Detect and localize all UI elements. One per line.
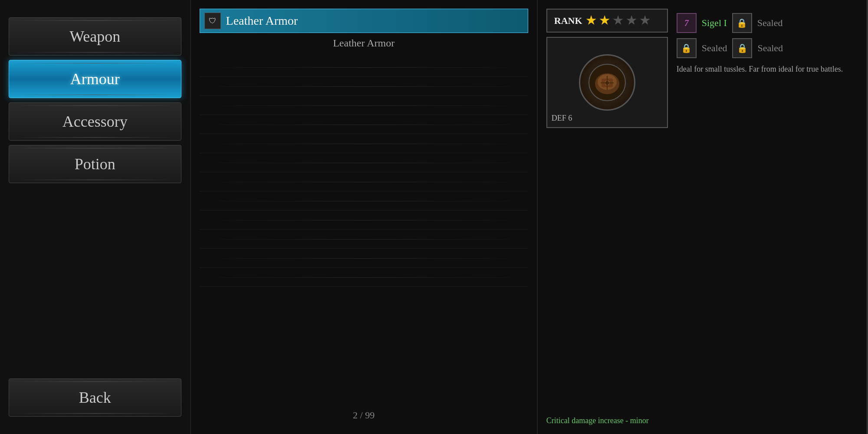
list-item[interactable] — [200, 153, 528, 172]
item-glyph: 🛡 — [209, 16, 217, 26]
item-name-label: Leather Armor — [226, 14, 298, 28]
list-item[interactable] — [200, 77, 528, 96]
list-item[interactable] — [200, 134, 528, 153]
star-1: ★ — [586, 14, 596, 27]
item-detail-panel: RANK ★ ★ ★ ★ ★ — [538, 0, 867, 434]
lock-icon-2: 🔒 — [677, 38, 697, 58]
list-item[interactable] — [200, 58, 528, 77]
item-subname: Leather Armor — [200, 33, 528, 58]
lock-icon-3: 🔒 — [732, 38, 752, 58]
list-item[interactable] — [200, 210, 528, 230]
lock-icon-1: 🔒 — [732, 13, 752, 33]
item-image — [579, 54, 635, 111]
list-item[interactable] — [200, 191, 528, 210]
item-list: 🛡 Leather Armor Leather Armor — [200, 9, 528, 405]
sealed-label-3: Sealed — [757, 43, 783, 54]
sealed-label-1: Sealed — [757, 17, 783, 29]
item-description: Ideal for small tussles. Far from ideal … — [677, 63, 858, 75]
nav-back[interactable]: Back — [9, 378, 181, 417]
star-5: ★ — [640, 14, 650, 27]
sigel-row-2: 🔒 Sealed 🔒 Sealed — [677, 38, 858, 58]
sigel-name: Sigel I — [702, 17, 727, 29]
nav-weapon[interactable]: Weapon — [9, 17, 181, 56]
list-item[interactable] — [200, 96, 528, 115]
star-2: ★ — [599, 14, 609, 27]
list-item[interactable] — [200, 249, 528, 268]
sigel-row-1: 7 Sigel I 🔒 Sealed — [677, 13, 858, 33]
list-item[interactable] — [200, 230, 528, 249]
def-label: DEF 6 — [552, 114, 572, 123]
item-row-selected[interactable]: 🛡 Leather Armor — [200, 9, 528, 33]
nav-potion[interactable]: Potion — [9, 145, 181, 183]
list-item[interactable] — [200, 268, 528, 287]
item-icon: 🛡 — [204, 13, 221, 29]
list-item[interactable] — [200, 172, 528, 191]
nav-accessory[interactable]: Accessory — [9, 102, 181, 141]
star-3: ★ — [613, 14, 623, 27]
sealed-label-2: Sealed — [702, 43, 727, 54]
sigel-icon: 7 — [677, 13, 697, 33]
crit-bonus-text: Critical damage increase - minor — [546, 416, 858, 425]
star-4: ★ — [626, 14, 636, 27]
item-list-panel: 🛡 Leather Armor Leather Armor 2 / 99 — [191, 0, 538, 434]
left-navigation: Weapon Armour Accessory Potion Back — [0, 0, 191, 434]
list-item[interactable] — [200, 115, 528, 134]
rank-label: RANK — [554, 15, 582, 26]
nav-armour[interactable]: Armour — [9, 60, 181, 98]
rank-box: RANK ★ ★ ★ ★ ★ — [546, 9, 668, 33]
pagination: 2 / 99 — [200, 405, 528, 425]
item-preview: DEF 6 — [546, 37, 668, 128]
